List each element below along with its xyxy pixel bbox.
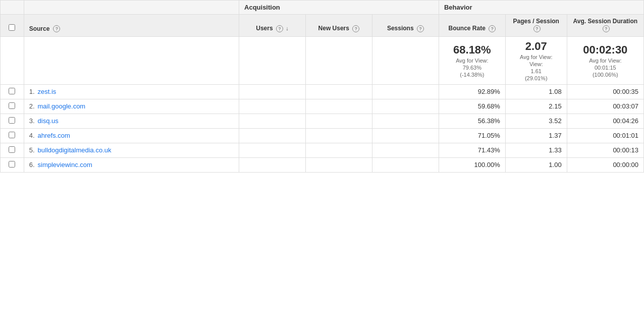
- header-source: Source ?: [24, 15, 239, 37]
- header-sessions: Sessions ?: [372, 15, 439, 37]
- analytics-table-wrapper: Acquisition Behavior Source ? Users ? ↓: [0, 0, 644, 173]
- row-checkbox[interactable]: [9, 102, 15, 109]
- summary-bounce-rate-value: 68.18%: [444, 43, 500, 57]
- users-help-icon[interactable]: ?: [276, 25, 283, 32]
- header-avg-session: Avg. Session Duration ?: [567, 15, 643, 37]
- row-source-cell: 6.simpleviewinc.com: [24, 157, 239, 172]
- source-link[interactable]: ahrefs.com: [38, 132, 70, 139]
- row-number: 2.: [29, 102, 35, 110]
- table-row: 1.zest.is92.89%1.0800:00:35: [1, 84, 644, 99]
- summary-pages-avg-val: 1.61: [511, 68, 562, 74]
- bounce-rate-help-icon[interactable]: ?: [489, 25, 496, 32]
- row-sessions-cell: [372, 99, 439, 114]
- summary-sessions-cell: [372, 36, 439, 84]
- row-pages-session-cell: 1.00: [505, 157, 567, 172]
- row-users-cell: [239, 84, 306, 99]
- summary-pages-value: 2.07: [511, 40, 562, 53]
- table-row: 2.mail.google.com59.68%2.1500:03:07: [1, 99, 644, 114]
- summary-pages-avg-label: Avg for View:: [511, 54, 562, 60]
- row-checkbox[interactable]: [9, 88, 15, 94]
- row-avg-session-cell: 00:00:00: [567, 157, 643, 172]
- row-check-cell: [1, 114, 24, 128]
- row-checkbox[interactable]: [9, 161, 15, 168]
- summary-pages-avg-label2: View:: [511, 61, 562, 67]
- header-pages-session: Pages / Session ?: [505, 15, 567, 37]
- new-users-help-icon[interactable]: ?: [352, 25, 359, 32]
- group-behavior-header: Behavior: [439, 1, 643, 15]
- group-acquisition-header: Acquisition: [239, 1, 439, 15]
- summary-new-users-cell: [305, 36, 372, 84]
- row-bounce-rate-cell: 100.00%: [439, 157, 505, 172]
- sessions-help-icon[interactable]: ?: [417, 25, 424, 32]
- summary-pages-session-cell: 2.07 Avg for View: View: 1.61 (29.01%): [505, 36, 567, 84]
- source-link[interactable]: disq.us: [38, 117, 59, 125]
- source-link[interactable]: zest.is: [38, 88, 57, 95]
- row-source-cell: 4.ahrefs.com: [24, 128, 239, 143]
- new-users-label: New Users: [318, 25, 349, 32]
- row-users-cell: [239, 143, 306, 157]
- select-all-checkbox[interactable]: [9, 24, 15, 31]
- header-new-users: New Users ?: [305, 15, 372, 37]
- summary-bounce-avg-diff: (-14.38%): [444, 72, 500, 78]
- row-number: 6.: [29, 161, 35, 169]
- group-check-empty: [1, 1, 24, 15]
- users-sort-arrow: ↓: [286, 25, 289, 31]
- table-row: 3.disq.us56.38%3.5200:04:26: [1, 114, 644, 128]
- row-bounce-rate-cell: 92.89%: [439, 84, 505, 99]
- row-bounce-rate-cell: 56.38%: [439, 114, 505, 128]
- row-sessions-cell: [372, 157, 439, 172]
- row-sessions-cell: [372, 128, 439, 143]
- row-source-cell: 1.zest.is: [24, 84, 239, 99]
- row-bounce-rate-cell: 71.05%: [439, 128, 505, 143]
- row-avg-session-cell: 00:00:13: [567, 143, 643, 157]
- row-checkbox[interactable]: [9, 146, 15, 153]
- col-header-row: Source ? Users ? ↓ New Users ? Sessions …: [1, 15, 644, 37]
- row-check-cell: [1, 157, 24, 172]
- row-source-cell: 2.mail.google.com: [24, 99, 239, 114]
- header-bounce-rate: Bounce Rate ?: [439, 15, 505, 37]
- row-number: 4.: [29, 132, 35, 139]
- row-avg-session-cell: 00:03:07: [567, 99, 643, 114]
- analytics-table: Acquisition Behavior Source ? Users ? ↓: [0, 0, 644, 173]
- row-check-cell: [1, 128, 24, 143]
- row-bounce-rate-cell: 59.68%: [439, 99, 505, 114]
- row-pages-session-cell: 1.37: [505, 128, 567, 143]
- avg-session-label: Avg. Session Duration: [573, 18, 638, 25]
- source-help-icon[interactable]: ?: [53, 25, 60, 32]
- table-row: 5.bulldogdigitalmedia.co.uk71.43%1.3300:…: [1, 143, 644, 157]
- source-link[interactable]: simpleviewinc.com: [38, 161, 92, 169]
- row-check-cell: [1, 99, 24, 114]
- table-row: 6.simpleviewinc.com100.00%1.0000:00:00: [1, 157, 644, 172]
- summary-check-cell: [1, 36, 24, 84]
- row-checkbox[interactable]: [9, 132, 15, 138]
- bounce-rate-label: Bounce Rate: [449, 25, 486, 32]
- row-pages-session-cell: 2.15: [505, 99, 567, 114]
- row-users-cell: [239, 128, 306, 143]
- row-bounce-rate-cell: 71.43%: [439, 143, 505, 157]
- row-check-cell: [1, 143, 24, 157]
- row-pages-session-cell: 3.52: [505, 114, 567, 128]
- row-avg-session-cell: 00:04:26: [567, 114, 643, 128]
- group-header-row: Acquisition Behavior: [1, 1, 644, 15]
- row-check-cell: [1, 84, 24, 99]
- row-sessions-cell: [372, 114, 439, 128]
- avg-session-help-icon[interactable]: ?: [603, 25, 610, 32]
- row-number: 1.: [29, 88, 35, 95]
- group-source-empty: [24, 1, 239, 15]
- row-new-users-cell: [305, 99, 372, 114]
- row-source-cell: 3.disq.us: [24, 114, 239, 128]
- summary-avg-session-avg-label: Avg for View:: [572, 58, 638, 64]
- row-avg-session-cell: 00:01:01: [567, 128, 643, 143]
- row-number: 5.: [29, 146, 35, 154]
- source-link[interactable]: mail.google.com: [38, 102, 86, 110]
- table-row: 4.ahrefs.com71.05%1.3700:01:01: [1, 128, 644, 143]
- summary-row: 68.18% Avg for View: 79.63% (-14.38%) 2.…: [1, 36, 644, 84]
- summary-pages-avg-diff: (29.01%): [511, 75, 562, 81]
- pages-session-help-icon[interactable]: ?: [533, 25, 541, 32]
- source-link[interactable]: bulldogdigitalmedia.co.uk: [38, 146, 112, 154]
- row-checkbox[interactable]: [9, 117, 15, 124]
- summary-bounce-rate-cell: 68.18% Avg for View: 79.63% (-14.38%): [439, 36, 505, 84]
- row-number: 3.: [29, 117, 35, 125]
- header-users: Users ? ↓: [239, 15, 306, 37]
- row-users-cell: [239, 99, 306, 114]
